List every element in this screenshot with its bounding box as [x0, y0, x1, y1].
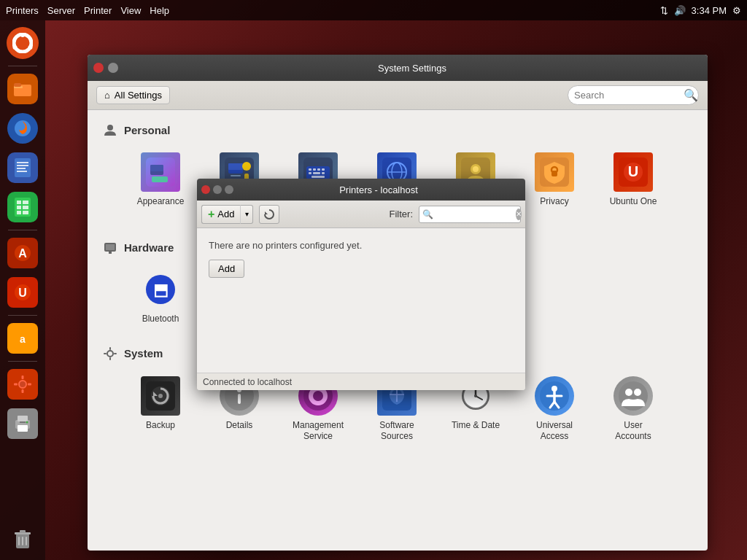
settings-bluetooth[interactable]: ⬒ Bluetooth	[124, 264, 197, 331]
svg-marker-126	[265, 211, 268, 214]
launcher-libreoffice-calc[interactable]	[4, 189, 41, 225]
dialog-maximize-button[interactable]	[225, 185, 233, 194]
clock: 3:34 PM	[692, 5, 727, 16]
settings-appearance[interactable]: Appearance	[124, 147, 197, 225]
launcher-files[interactable]	[4, 71, 41, 107]
settings-universal-access[interactable]: UniversalAccess	[518, 370, 591, 448]
time-date-label: Time & Date	[452, 420, 500, 432]
network-tray-icon[interactable]: ⇅	[660, 5, 668, 16]
menu-help[interactable]: Help	[150, 5, 169, 16]
launcher-amazon[interactable]: a	[4, 320, 41, 357]
menu-server[interactable]: Server	[47, 5, 75, 16]
filter-search-icon: 🔍	[422, 209, 433, 219]
add-main-button[interactable]: + Add	[201, 205, 240, 224]
svg-rect-14	[17, 201, 21, 204]
svg-rect-55	[309, 168, 311, 171]
appearance-icon	[141, 152, 180, 192]
menu-printers[interactable]: Printers	[6, 5, 39, 16]
svg-rect-41	[20, 530, 26, 533]
svg-rect-59	[309, 172, 311, 174]
launcher-printers[interactable]	[4, 405, 41, 442]
top-menu-bar: Printers Server Printer View Help ⇅ 🔊 3:…	[0, 0, 747, 20]
personal-section-header: Personal	[102, 122, 693, 138]
filter-input-box[interactable]: 🔍 ✕	[419, 206, 521, 223]
svg-rect-10	[17, 165, 28, 166]
filter-label: Filter:	[390, 209, 414, 219]
svg-point-3	[28, 45, 33, 50]
svg-point-51	[242, 162, 251, 171]
printers-dialog: Printers - localhost + Add ▾ Filter: 🔍 ✕…	[197, 179, 525, 390]
launcher-ubuntu[interactable]	[4, 25, 41, 61]
details-label: Details	[226, 420, 253, 432]
svg-rect-103	[238, 394, 241, 404]
svg-text:A: A	[18, 247, 27, 260]
svg-point-2	[13, 45, 18, 50]
window-close-button[interactable]	[93, 63, 104, 73]
dialog-statusbar: Connected to localhost	[197, 373, 525, 390]
all-settings-button[interactable]: ⌂ All Settings	[96, 86, 170, 104]
add-inline-button[interactable]: Add	[209, 260, 244, 278]
menu-view[interactable]: View	[120, 5, 141, 16]
desktop: Printers Server Printer View Help ⇅ 🔊 3:…	[0, 0, 747, 560]
launcher-firefox[interactable]	[4, 110, 41, 147]
personal-section-icon	[102, 122, 118, 138]
svg-rect-46	[152, 176, 168, 182]
add-dropdown-button[interactable]: ▾	[240, 205, 253, 224]
bluetooth-label: Bluetooth	[142, 314, 179, 325]
svg-rect-15	[23, 201, 28, 204]
bluetooth-icon: ⬒	[141, 270, 180, 309]
dialog-minimize-button[interactable]	[213, 185, 222, 194]
settings-privacy[interactable]: Privacy	[518, 147, 591, 225]
ubuntu-one-icon: U	[614, 152, 653, 192]
svg-rect-95	[104, 353, 107, 354]
hardware-section-icon	[102, 239, 118, 255]
dialog-close-button[interactable]	[201, 185, 210, 194]
launcher-ubuntuone[interactable]: U	[4, 274, 41, 311]
launcher-libreoffice-writer[interactable]	[4, 149, 41, 186]
ubuntu-one-label: Ubuntu One	[610, 196, 657, 208]
svg-text:a: a	[20, 333, 26, 345]
svg-rect-12	[17, 171, 27, 172]
filter-clear-button[interactable]: ✕	[516, 209, 522, 220]
home-icon: ⌂	[104, 90, 110, 101]
dialog-titlebar: Printers - localhost	[197, 179, 525, 201]
svg-rect-56	[313, 168, 316, 171]
settings-ubuntu-one[interactable]: U Ubuntu One	[597, 147, 670, 225]
svg-rect-18	[17, 211, 21, 214]
privacy-icon	[535, 152, 574, 192]
svg-point-125	[634, 389, 641, 396]
volume-tray-icon[interactable]: 🔊	[674, 5, 686, 16]
svg-rect-94	[109, 357, 111, 360]
svg-rect-93	[109, 347, 111, 350]
window-toolbar: ⌂ All Settings 🔍	[88, 81, 708, 110]
svg-rect-29	[14, 384, 18, 386]
search-box[interactable]: 🔍	[568, 85, 699, 105]
svg-text:U: U	[628, 163, 638, 179]
window-minimize-button[interactable]	[108, 63, 118, 73]
gear-tray-icon[interactable]: ⚙	[732, 5, 741, 16]
search-input[interactable]	[574, 90, 684, 101]
refresh-button[interactable]	[259, 205, 279, 224]
launcher-trash[interactable]	[4, 521, 41, 557]
launcher-software-center[interactable]: A	[4, 235, 41, 271]
filter-input[interactable]	[436, 209, 516, 219]
svg-rect-30	[28, 384, 31, 386]
svg-rect-11	[17, 168, 26, 169]
no-printers-message: There are no printers configured yet.	[209, 240, 362, 251]
software-sources-label: SoftwareSources	[379, 420, 414, 443]
svg-rect-45	[150, 165, 163, 171]
svg-rect-77	[106, 244, 115, 250]
dialog-title: Printers - localhost	[236, 184, 521, 195]
launcher: A U a	[0, 20, 45, 560]
settings-user-accounts[interactable]: UserAccounts	[597, 370, 670, 448]
launcher-system-settings[interactable]	[4, 366, 41, 402]
svg-point-69	[473, 166, 479, 172]
menu-printer[interactable]: Printer	[84, 5, 112, 16]
svg-rect-9	[17, 162, 28, 163]
hardware-section-title: Hardware	[124, 241, 174, 254]
svg-rect-58	[322, 168, 325, 171]
personal-section-title: Personal	[124, 124, 170, 136]
svg-rect-49	[228, 163, 243, 170]
window-titlebar: System Settings	[88, 55, 708, 81]
settings-backup[interactable]: Backup	[124, 370, 197, 448]
